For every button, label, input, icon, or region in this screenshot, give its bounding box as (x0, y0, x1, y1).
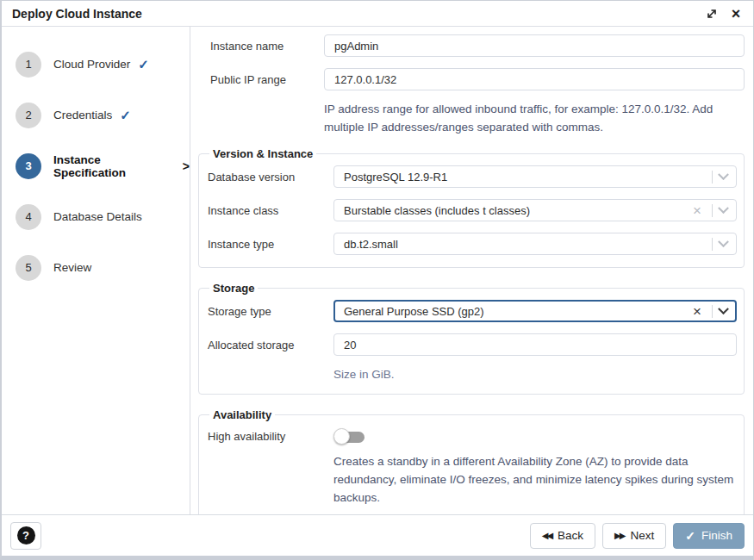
step-done-check-icon: ✓ (138, 57, 149, 72)
step-done-check-icon: ✓ (120, 108, 131, 123)
step-database-details[interactable]: 4 Database Details (2, 191, 190, 242)
chevron-down-icon (718, 169, 729, 180)
instance-type-select[interactable]: db.t2.small (333, 233, 737, 255)
chevron-down-icon (718, 303, 729, 314)
storage-legend: Storage (209, 282, 258, 295)
step-number-badge: 5 (16, 255, 41, 281)
storage-type-select[interactable]: General Purpose SSD (gp2) × (333, 300, 737, 322)
wizard-steps-sidebar: 1 Cloud Provider ✓ 2 Credentials ✓ 3 Ins… (2, 27, 190, 514)
step-cloud-provider[interactable]: 1 Cloud Provider ✓ (2, 39, 190, 90)
public-ip-helper-text: IP address range for allowed inbound tra… (324, 100, 745, 136)
high-availability-toggle[interactable] (333, 428, 365, 445)
close-icon[interactable]: × (729, 7, 743, 21)
dialog-footer: ? ◀◀ Back ▶▶ Next ✓ Finish (2, 514, 753, 556)
step-review[interactable]: 5 Review (2, 242, 190, 293)
availability-legend: Availability (209, 408, 275, 421)
instance-class-select[interactable]: Burstable classes (includes t classes) × (333, 199, 737, 221)
back-icon: ◀◀ (542, 531, 551, 540)
availability-group: Availability High availability Creates a… (198, 408, 745, 514)
allocated-storage-input[interactable] (333, 333, 737, 356)
help-icon: ? (17, 526, 35, 544)
instance-name-input[interactable] (324, 34, 745, 57)
step-credentials[interactable]: 2 Credentials ✓ (2, 90, 190, 140)
chevron-down-icon (718, 236, 729, 247)
instance-type-label: Instance type (208, 238, 333, 251)
step-instance-specification[interactable]: 3 Instance Specification > (2, 140, 190, 191)
dialog-title: Deploy Cloud Instance (12, 7, 142, 21)
step-number-badge: 3 (16, 153, 41, 179)
public-ip-range-label: Public IP range (198, 73, 324, 86)
version-instance-legend: Version & Instance (209, 147, 316, 160)
chevron-down-icon (718, 202, 729, 214)
dialog-titlebar: Deploy Cloud Instance × (2, 1, 753, 27)
next-button[interactable]: ▶▶ Next (602, 523, 666, 549)
allocated-storage-label: Allocated storage (208, 339, 333, 352)
version-instance-group: Version & Instance Database version Post… (198, 147, 745, 268)
storage-type-label: Storage type (208, 305, 333, 318)
current-step-arrow-icon: > (183, 159, 190, 173)
clear-selection-icon[interactable]: × (688, 203, 707, 218)
finish-check-icon: ✓ (685, 529, 695, 543)
instance-specification-form: Instance name Public IP range IP address… (190, 27, 753, 514)
high-availability-helper-text: Creates a standby in a different Availab… (333, 452, 737, 507)
deploy-cloud-instance-dialog: Deploy Cloud Instance × 1 Cloud Provider… (0, 0, 754, 560)
database-version-label: Database version (208, 171, 333, 184)
database-version-select[interactable]: PostgreSQL 12.9-R1 (333, 165, 737, 188)
help-button[interactable]: ? (10, 522, 41, 550)
finish-button[interactable]: ✓ Finish (673, 523, 745, 549)
step-number-badge: 1 (16, 52, 41, 78)
instance-name-label: Instance name (198, 40, 324, 53)
step-number-badge: 2 (16, 103, 41, 128)
step-number-badge: 4 (16, 204, 41, 230)
high-availability-label: High availability (208, 426, 333, 443)
instance-class-label: Instance class (208, 204, 333, 217)
allocated-storage-helper-text: Size in GiB. (333, 365, 737, 383)
next-icon: ▶▶ (614, 531, 624, 540)
clear-selection-icon[interactable]: × (688, 304, 707, 319)
back-button[interactable]: ◀◀ Back (530, 523, 595, 549)
public-ip-range-input[interactable] (324, 68, 745, 90)
storage-group: Storage Storage type General Purpose SSD… (198, 282, 745, 395)
maximize-icon[interactable] (705, 7, 719, 21)
